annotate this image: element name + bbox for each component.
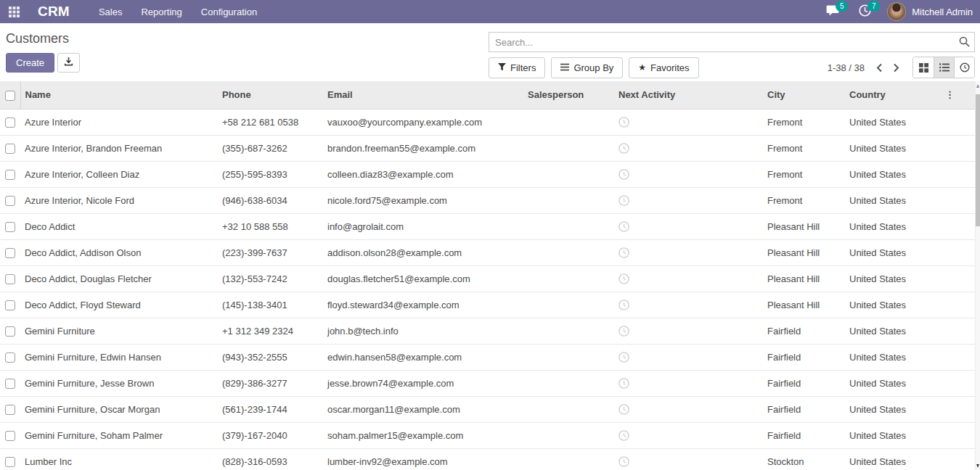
table-row[interactable]: Gemini Furniture, Oscar Morgan (561)-239… (0, 396, 975, 422)
activity-clock-icon[interactable] (618, 142, 629, 153)
menu-reporting[interactable]: Reporting (141, 7, 181, 17)
activity-clock-icon[interactable] (618, 455, 629, 466)
activity-clock-icon[interactable] (618, 273, 629, 284)
cell-name: Gemini Furniture, Jesse Brown (20, 370, 218, 396)
activity-view-button[interactable] (954, 57, 974, 78)
user-menu[interactable]: Mitchell Admin (887, 2, 973, 21)
row-checkbox[interactable] (5, 457, 15, 467)
row-checkbox[interactable] (5, 248, 15, 258)
table-row[interactable]: Gemini Furniture, Edwin Hansen (943)-352… (0, 344, 975, 370)
cell-city: Fairfield (763, 422, 845, 448)
activity-clock-icon[interactable] (618, 220, 629, 231)
activity-clock-icon[interactable] (618, 247, 629, 257)
cell-next-activity (614, 448, 763, 470)
kanban-view-button[interactable] (913, 57, 934, 78)
table-row[interactable]: Gemini Furniture +1 312 349 2324 john.b@… (0, 318, 975, 344)
activity-clock-icon[interactable] (618, 429, 629, 440)
avatar (887, 2, 906, 21)
row-checkbox[interactable] (5, 274, 15, 284)
activity-clock-icon[interactable] (618, 403, 629, 414)
menu-configuration[interactable]: Configuration (201, 7, 257, 17)
table-row[interactable]: Azure Interior, Colleen Diaz (255)-595-8… (0, 161, 975, 187)
scrollbar-down-arrow[interactable] (976, 464, 979, 468)
activities-badge: 7 (867, 1, 880, 12)
table-row[interactable]: Lumber Inc (828)-316-0593 lumber-inv92@e… (0, 448, 975, 470)
table-row[interactable]: Gemini Furniture, Soham Palmer (379)-167… (0, 422, 975, 448)
activity-clock-icon[interactable] (618, 116, 629, 127)
row-checkbox[interactable] (5, 196, 15, 206)
cell-country: United States (845, 422, 920, 448)
row-checkbox[interactable] (5, 431, 15, 441)
scrollbar-thumb[interactable] (976, 94, 980, 226)
list-view-button[interactable] (934, 57, 954, 78)
column-header-salesperson[interactable]: Salesperson (523, 81, 614, 109)
column-header-next-activity[interactable]: Next Activity (614, 81, 763, 109)
row-checkbox[interactable] (5, 170, 15, 180)
activity-clock-icon[interactable] (618, 325, 629, 336)
cell-city: Pleasant Hill (763, 239, 845, 265)
customers-list: NamePhoneEmailSalespersonNext ActivityCi… (0, 81, 975, 470)
cell-next-activity (614, 161, 763, 187)
export-button[interactable] (57, 53, 80, 73)
table-row[interactable]: Deco Addict, Addison Olson (223)-399-763… (0, 239, 975, 265)
search-icon[interactable] (959, 36, 970, 50)
customers-table: NamePhoneEmailSalespersonNext ActivityCi… (0, 81, 975, 470)
cell-next-activity (614, 396, 763, 422)
row-checkbox[interactable] (5, 405, 15, 415)
search-input[interactable] (489, 32, 975, 52)
column-header-email[interactable]: Email (323, 81, 523, 109)
table-row[interactable]: Azure Interior, Brandon Freeman (355)-68… (0, 135, 975, 161)
pager-previous-icon[interactable] (876, 63, 883, 73)
select-all-checkbox[interactable] (5, 91, 15, 101)
activity-clock-icon[interactable] (618, 168, 629, 179)
cell-name: Gemini Furniture, Soham Palmer (20, 422, 218, 448)
row-checkbox[interactable] (5, 379, 15, 389)
menu-sales[interactable]: Sales (99, 7, 123, 17)
cell-salesperson (523, 370, 614, 396)
table-row[interactable]: Gemini Furniture, Jesse Brown (829)-386-… (0, 370, 975, 396)
activity-clock-icon[interactable] (618, 299, 629, 310)
star-icon: ★ (638, 62, 646, 73)
table-row[interactable]: Deco Addict, Floyd Steward (145)-138-340… (0, 292, 975, 318)
cell-email: nicole.ford75@example.com (323, 187, 523, 213)
row-checkbox[interactable] (5, 118, 15, 128)
row-checkbox[interactable] (5, 300, 15, 310)
activities-menu[interactable]: 7 (855, 4, 874, 20)
table-row[interactable]: Deco Addict +32 10 588 558 info@agrolait… (0, 213, 975, 239)
favorites-button[interactable]: ★ Favorites (629, 57, 698, 78)
activity-clock-icon[interactable] (618, 194, 629, 205)
cell-country: United States (845, 213, 920, 239)
apps-menu-icon[interactable] (6, 4, 22, 20)
messages-menu[interactable]: 5 (823, 4, 842, 20)
row-checkbox[interactable] (5, 144, 15, 154)
activity-clock-icon[interactable] (618, 377, 629, 388)
vertical-scrollbar[interactable] (975, 81, 980, 470)
table-row[interactable]: Deco Addict, Douglas Fletcher (132)-553-… (0, 265, 975, 292)
cell-salesperson (523, 213, 614, 239)
cell-next-activity (614, 318, 763, 344)
activity-clock-icon[interactable] (618, 351, 629, 362)
app-name[interactable]: CRM (38, 4, 70, 20)
row-checkbox[interactable] (5, 222, 15, 232)
filters-button[interactable]: Filters (489, 57, 545, 78)
cell-salesperson (523, 109, 614, 135)
column-header-name[interactable]: Name (20, 81, 218, 109)
row-checkbox[interactable] (5, 326, 15, 337)
pager-range: 1-38 / 38 (828, 62, 865, 73)
table-row[interactable]: Azure Interior, Nicole Ford (946)-638-60… (0, 187, 975, 213)
table-row[interactable]: Azure Interior +58 212 681 0538 vauxoo@y… (0, 109, 975, 135)
column-header-city[interactable]: City (763, 81, 845, 109)
column-header-country[interactable]: Country (845, 81, 920, 109)
cell-filler (920, 239, 975, 265)
cell-phone: (828)-316-0593 (218, 448, 323, 470)
group-by-button[interactable]: Group By (551, 57, 623, 78)
pager-next-icon[interactable] (893, 63, 899, 73)
scrollbar-up-arrow[interactable] (976, 84, 979, 88)
cell-phone: (223)-399-7637 (218, 239, 323, 265)
view-switcher (912, 57, 975, 78)
optional-columns-icon[interactable]: ⋮ (945, 89, 955, 100)
cell-email: floyd.steward34@example.com (323, 292, 523, 318)
row-checkbox[interactable] (5, 352, 15, 363)
column-header-phone[interactable]: Phone (218, 81, 323, 109)
create-button[interactable]: Create (6, 53, 54, 73)
